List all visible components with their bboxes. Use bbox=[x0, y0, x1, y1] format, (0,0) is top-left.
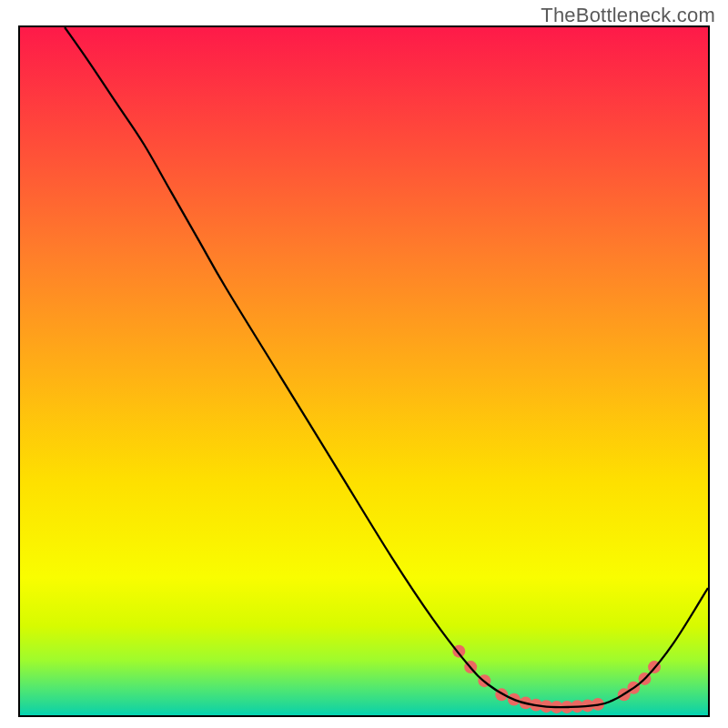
highlight-dots-group bbox=[452, 645, 661, 713]
chart-plot-area bbox=[20, 27, 708, 715]
watermark-text: TheBottleneck.com bbox=[541, 4, 715, 27]
chart-frame bbox=[18, 25, 710, 717]
bottleneck-curve-line bbox=[65, 27, 708, 707]
